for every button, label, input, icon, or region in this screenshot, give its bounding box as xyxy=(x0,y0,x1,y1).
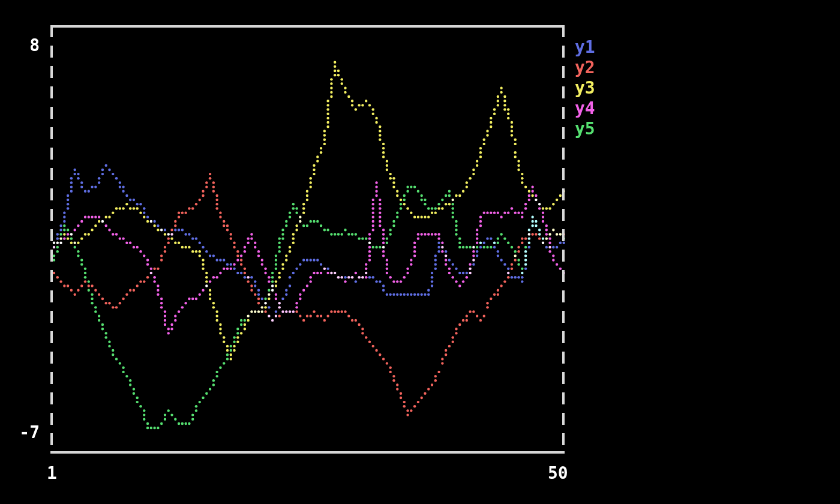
x-axis-min-label: 1 xyxy=(47,465,57,482)
legend-item-y1: y1 xyxy=(575,37,595,58)
legend-item-y2: y2 xyxy=(575,58,595,78)
plot-border-right xyxy=(562,25,565,454)
plot-border-top xyxy=(50,25,565,28)
plot-canvas xyxy=(0,0,840,504)
y-axis-max-label: 8 xyxy=(0,37,40,54)
plot-border-bottom xyxy=(50,451,565,454)
y-axis-min-label: -7 xyxy=(0,424,40,441)
legend-item-y5: y5 xyxy=(575,119,595,139)
legend-item-y4: y4 xyxy=(575,98,595,119)
legend: y1 y2 y3 y4 y5 xyxy=(575,37,595,139)
legend-item-y3: y3 xyxy=(575,78,595,98)
plot-border-left xyxy=(50,25,53,454)
terminal-plot: 8 -7 1 50 y1 y2 y3 y4 y5 xyxy=(0,0,840,504)
x-axis-max-label: 50 xyxy=(548,465,568,482)
